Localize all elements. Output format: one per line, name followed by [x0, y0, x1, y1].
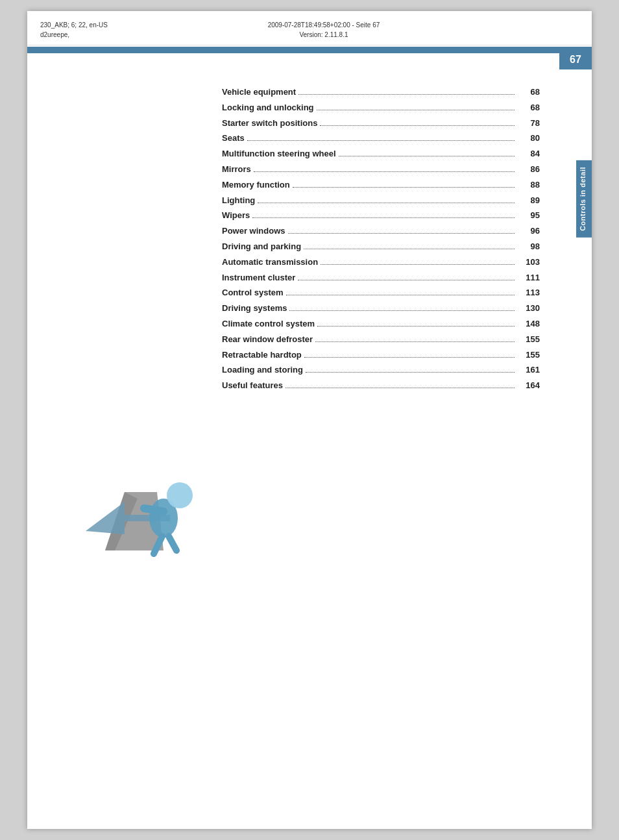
- toc-row: Starter switch positions78: [222, 117, 540, 130]
- toc-dots: [298, 280, 515, 280]
- toc-page-number: 103: [517, 256, 540, 269]
- page-header: 230_AKB; 6; 22, en-US d2ureepe, 2009-07-…: [27, 11, 592, 45]
- toc-row: Loading and storing161: [222, 364, 540, 377]
- toc-dots: [339, 156, 515, 156]
- toc-dots: [317, 110, 515, 110]
- toc-dots: [320, 125, 515, 126]
- toc-item-label: Rear window defroster: [222, 333, 313, 347]
- toc-row: Locking and unlocking68: [222, 101, 540, 115]
- header-center: 2009-07-28T18:49:58+02:00 - Seite 67 Ver…: [268, 20, 380, 40]
- toc-page-number: 161: [517, 364, 540, 377]
- toc-row: Retractable hardtop155: [222, 349, 540, 362]
- toc-item-label: Multifunction steering wheel: [222, 147, 336, 161]
- toc-row: Rear window defroster155: [222, 333, 540, 347]
- toc-page-number: 98: [517, 240, 540, 254]
- toc-dots: [321, 264, 515, 265]
- toc-row: Control system113: [222, 286, 540, 300]
- toc-row: Driving systems130: [222, 302, 540, 315]
- header-timestamp: 2009-07-28T18:49:58+02:00 - Seite 67: [268, 20, 380, 30]
- header-doc-id: 230_AKB; 6; 22, en-US: [40, 20, 108, 30]
- toc-table: Vehicle equipment68Locking and unlocking…: [222, 86, 540, 393]
- toc-area: Vehicle equipment68Locking and unlocking…: [27, 53, 592, 414]
- toc-row: Lighting89: [222, 194, 540, 208]
- toc-row: Vehicle equipment68: [222, 86, 540, 99]
- toc-dots: [254, 171, 515, 172]
- page-container: 230_AKB; 6; 22, en-US d2ureepe, 2009-07-…: [27, 11, 592, 829]
- toc-dots: [285, 388, 515, 388]
- toc-row: Wipers95: [222, 209, 540, 223]
- toc-page-number: 111: [517, 271, 540, 285]
- toc-item-label: Control system: [222, 286, 284, 300]
- toc-item-label: Starter switch positions: [222, 117, 317, 130]
- toc-dots: [304, 249, 515, 249]
- svg-line-7: [169, 536, 176, 550]
- toc-page-number: 164: [517, 379, 540, 393]
- toc-row: Power windows96: [222, 225, 540, 238]
- toc-row: Climate control system148: [222, 317, 540, 331]
- toc-page-number: 89: [517, 194, 540, 208]
- toc-page-number: 130: [517, 302, 540, 315]
- toc-row: Instrument cluster111: [222, 271, 540, 285]
- toc-row: Seats80: [222, 132, 540, 145]
- toc-item-label: Seats: [222, 132, 245, 145]
- toc-dots: [298, 94, 515, 95]
- toc-dots: [247, 140, 515, 141]
- toc-item-label: Wipers: [222, 209, 250, 223]
- toc-item-label: Lighting: [222, 194, 255, 208]
- toc-item-label: Driving systems: [222, 302, 287, 315]
- toc-page-number: 95: [517, 209, 540, 223]
- toc-item-label: Mirrors: [222, 163, 251, 177]
- toc-row: Driving and parking98: [222, 240, 540, 254]
- driver-illustration: [66, 440, 209, 570]
- toc-item-label: Driving and parking: [222, 240, 301, 254]
- toc-page-number: 148: [517, 317, 540, 331]
- toc-page-number: 155: [517, 333, 540, 347]
- header-left: 230_AKB; 6; 22, en-US d2ureepe,: [40, 20, 108, 40]
- toc-page-number: 84: [517, 147, 540, 161]
- toc-page-number: 86: [517, 163, 540, 177]
- toc-dots: [293, 187, 515, 188]
- toc-item-label: Climate control system: [222, 317, 315, 331]
- top-bar: [27, 47, 592, 53]
- toc-item-label: Retractable hardtop: [222, 349, 302, 362]
- toc-item-label: Power windows: [222, 225, 285, 238]
- illustration-area: [27, 414, 592, 589]
- toc-dots: [289, 310, 515, 311]
- toc-row: Useful features164: [222, 379, 540, 393]
- toc-row: Multifunction steering wheel84: [222, 147, 540, 161]
- svg-line-5: [144, 508, 164, 512]
- toc-item-label: Automatic transmission: [222, 256, 318, 269]
- toc-page-number: 96: [517, 225, 540, 238]
- toc-page-number: 78: [517, 117, 540, 130]
- toc-page-number: 113: [517, 286, 540, 300]
- toc-item-label: Memory function: [222, 179, 290, 192]
- toc-item-label: Useful features: [222, 379, 283, 393]
- header-version: Version: 2.11.8.1: [268, 30, 380, 40]
- toc-page-number: 155: [517, 349, 540, 362]
- toc-dots: [258, 203, 515, 203]
- header-author: d2ureepe,: [40, 30, 108, 40]
- toc-page-number: 88: [517, 179, 540, 192]
- side-tab: Controls in detail: [576, 160, 592, 238]
- toc-item-label: Loading and storing: [222, 364, 303, 377]
- toc-page-number: 68: [517, 101, 540, 115]
- toc-row: Memory function88: [222, 179, 540, 192]
- toc-dots: [317, 326, 515, 327]
- toc-item-label: Vehicle equipment: [222, 86, 296, 99]
- toc-item-label: Instrument cluster: [222, 271, 295, 285]
- toc-dots: [306, 372, 515, 373]
- toc-dots: [315, 341, 515, 342]
- toc-dots: [304, 357, 515, 358]
- toc-page-number: 68: [517, 86, 540, 99]
- toc-row: Automatic transmission103: [222, 256, 540, 269]
- toc-dots: [288, 233, 515, 234]
- toc-page-number: 80: [517, 132, 540, 145]
- toc-row: Mirrors86: [222, 163, 540, 177]
- svg-point-4: [167, 482, 193, 508]
- toc-dots: [286, 295, 515, 295]
- toc-dots: [252, 217, 515, 218]
- toc-item-label: Locking and unlocking: [222, 101, 314, 115]
